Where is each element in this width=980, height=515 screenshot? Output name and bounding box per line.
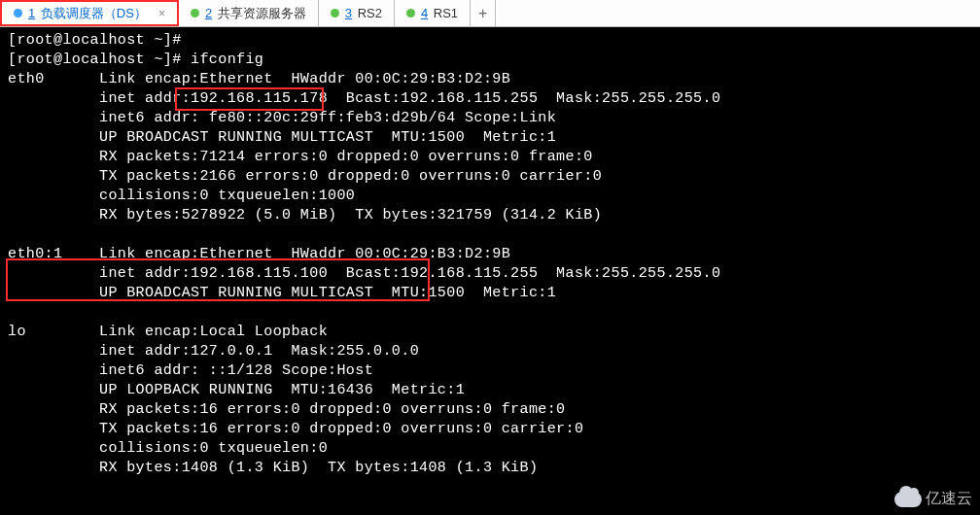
close-icon[interactable]: × [158,7,165,20]
watermark: 亿速云 [894,489,972,509]
terminal-output[interactable]: [root@localhost ~]# [root@localhost ~]# … [0,27,980,515]
tab-label: RS1 [434,6,458,20]
new-tab-button[interactable]: + [471,0,496,26]
tab-num: 2 [205,6,212,20]
status-dot-icon [331,9,339,17]
status-dot-icon [191,9,199,17]
tab-ds[interactable]: 1 负载调度器（DS） × [0,0,179,26]
tab-bar: 1 负载调度器（DS） × 2 共享资源服务器 3 RS2 4 RS1 + [0,0,980,27]
tab-num: 3 [345,6,352,20]
tab-label: RS2 [358,6,382,20]
tab-num: 1 [28,6,35,20]
tab-label: 负载调度器（DS） [41,6,147,20]
watermark-text: 亿速云 [926,489,972,509]
tab-label: 共享资源服务器 [218,6,306,20]
tab-num: 4 [421,6,428,20]
terminal-text: [root@localhost ~]# [root@localhost ~]# … [8,32,720,476]
status-dot-icon [406,9,415,17]
status-dot-icon [14,9,22,17]
tab-rs1[interactable]: 4 RS1 [395,0,471,26]
tab-shared-server[interactable]: 2 共享资源服务器 [179,0,319,26]
tab-rs2[interactable]: 3 RS2 [319,0,395,26]
plus-icon: + [478,5,487,22]
cloud-icon [894,492,922,507]
